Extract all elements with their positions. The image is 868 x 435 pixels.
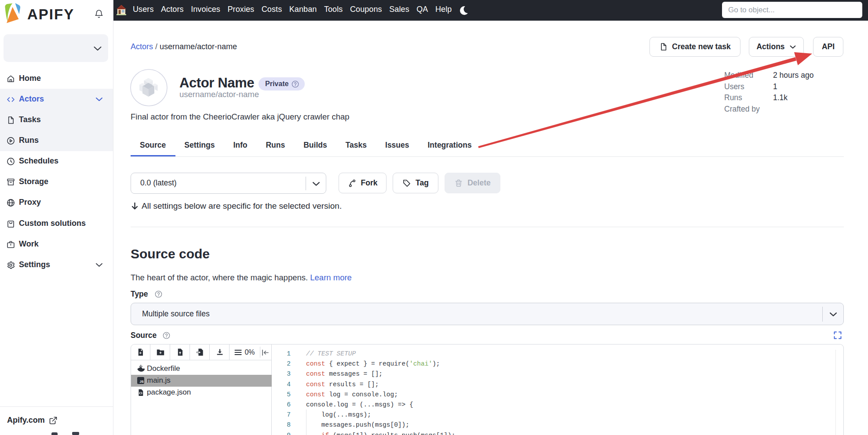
svg-text:JS: JS xyxy=(140,380,144,384)
